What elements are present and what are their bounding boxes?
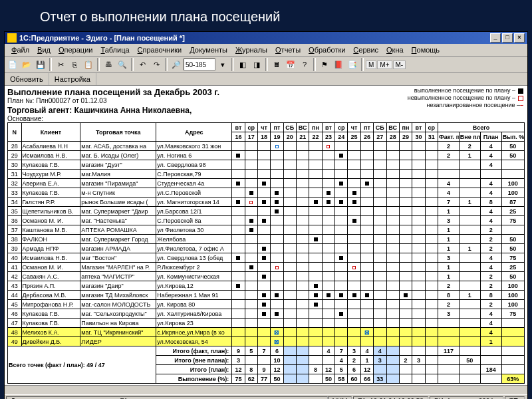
menu-Обработки[interactable]: Обработки bbox=[305, 45, 349, 55]
table-row[interactable]: 31Чоудхури М.Р.маг.МалияС.Перовская,79 bbox=[8, 170, 525, 179]
table-row[interactable]: 46Кулакова Г.В.маг. "Сельхозпродукты"ул.… bbox=[8, 309, 525, 319]
range-input[interactable] bbox=[184, 59, 215, 70]
doc-title: Выполнение плана посещений за Декабрь 20… bbox=[7, 87, 408, 97]
col-date: 18 bbox=[257, 132, 270, 142]
table-row[interactable]: 42Савакян А.С.аптека "МАГИСТР"ул. Коммун… bbox=[8, 272, 525, 281]
table-row[interactable]: 35Щепетильников В.маг. Супермаркет "Даир… bbox=[8, 207, 525, 216]
table-row[interactable]: 40Исмаилова Н.В.маг "Бостон"ул. Свердлов… bbox=[8, 253, 525, 263]
open-icon[interactable]: 📂 bbox=[20, 58, 33, 71]
table-row[interactable]: 38ФАЛКОНмаг. Супермаркет ГородЖелябова12… bbox=[8, 235, 525, 244]
status-num: NUM bbox=[328, 396, 352, 399]
menu-Таблица[interactable]: Таблица bbox=[96, 45, 133, 55]
legend: выполненное посещение по плану – невыпол… bbox=[408, 87, 525, 122]
menu-Отчеты[interactable]: Отчеты bbox=[271, 45, 305, 55]
table-row[interactable]: 45Митрофанова Н.Р.маг.-салон МОЛОДОСТЬул… bbox=[8, 300, 525, 309]
col-day: пт bbox=[271, 123, 283, 132]
scroll-bar[interactable] bbox=[5, 385, 527, 394]
table-row[interactable]: 29Исмаилова Н.В.маг. Б. Исады (Олег)ул. … bbox=[8, 151, 525, 160]
table-row[interactable]: 39Армада НПФмагазин АРМАДАул.Фиолетова, … bbox=[8, 244, 525, 253]
menu-Окна[interactable]: Окна bbox=[382, 45, 408, 55]
setup-button[interactable]: Настройка bbox=[49, 73, 96, 85]
table-row[interactable]: 36Османов М. И.маг. "Настенька"С.Перовск… bbox=[8, 216, 525, 225]
m-minus-button[interactable]: M- bbox=[393, 61, 406, 69]
book-icon[interactable]: 📕 bbox=[332, 58, 345, 71]
col-plan: План bbox=[480, 132, 501, 142]
col-date: 29 bbox=[399, 132, 412, 142]
find-icon[interactable]: 🔎 bbox=[170, 58, 183, 71]
table-row[interactable]: 37Каштанова М.В.АПТЕКА РОМАШКАул Фиолето… bbox=[8, 225, 525, 235]
menu-Журналы[interactable]: Журналы bbox=[231, 45, 271, 55]
menu-Сервис[interactable]: Сервис bbox=[349, 45, 382, 55]
doc-basis: Основание: bbox=[7, 115, 408, 122]
menu-Операции[interactable]: Операции bbox=[55, 45, 96, 55]
m-button[interactable]: M bbox=[366, 61, 376, 69]
table-row[interactable]: 32Аверина Е.А.магазин "Пирамида"Студенче… bbox=[8, 179, 525, 188]
tool-a-icon[interactable]: ◧ bbox=[236, 58, 249, 71]
table-row[interactable]: 49Дивейкин Д.Б.ЛИДЕРул.Московская, 54⊠1 bbox=[8, 337, 525, 346]
dropdown-icon[interactable]: ▾ bbox=[216, 58, 229, 71]
col-out: Вне плана bbox=[459, 132, 480, 142]
minimize-button[interactable]: _ bbox=[490, 33, 501, 43]
preview-icon[interactable]: 🔍 bbox=[116, 58, 129, 71]
table-row[interactable]: 47Кулакова Г.В.Павильон на Кироваул.Киро… bbox=[8, 319, 525, 328]
col-day: вт bbox=[232, 123, 245, 132]
title-bar: 1С:Предприятие - Эдиго - [План посещений… bbox=[5, 32, 527, 44]
app-icon bbox=[7, 33, 17, 43]
doc-plan-no: План №: Плн000027 от 01.12.03 bbox=[7, 97, 408, 104]
cut-icon[interactable]: ✂ bbox=[54, 58, 67, 71]
col-date: 27 bbox=[374, 132, 386, 142]
paste-icon[interactable]: 📋 bbox=[82, 58, 95, 71]
legend-undone-icon bbox=[518, 96, 523, 101]
status-bar: Для получения подсказки нажмите F1 NUM Т… bbox=[5, 394, 527, 399]
table-row[interactable]: 43Прязин А.П.магазин "Даир"ул.Кирова,122… bbox=[8, 281, 525, 291]
help-icon[interactable]: ? bbox=[298, 58, 311, 71]
close-button[interactable]: × bbox=[514, 33, 525, 43]
col-fact: Факт. план bbox=[438, 132, 459, 142]
tool-b-icon[interactable]: ◨ bbox=[250, 58, 263, 71]
copy-icon[interactable]: ⎘ bbox=[68, 58, 81, 71]
col-n: N bbox=[8, 123, 22, 142]
calendar-icon[interactable]: 📅 bbox=[284, 58, 297, 71]
menu-Документы[interactable]: Документы bbox=[186, 45, 231, 55]
window-title: 1С:Предприятие - Эдиго - [План посещений… bbox=[19, 34, 185, 42]
summary-row: Всего точек (факт / план): 49 / 47Итого … bbox=[8, 346, 525, 356]
refresh-button[interactable]: Обновить bbox=[5, 73, 49, 85]
col-day: ВС bbox=[297, 123, 309, 132]
table-row[interactable]: 33Кулакова Г.В.м-н Спутникул.С.Перовской… bbox=[8, 188, 525, 198]
table-row[interactable]: 28Асабалиева Н.Нмаг. АСАБ, доставка наул… bbox=[8, 142, 525, 151]
menu-Справочники[interactable]: Справочники bbox=[134, 45, 186, 55]
col-date: 16 bbox=[232, 132, 245, 142]
col-client: Клиент bbox=[21, 123, 80, 142]
maximize-button[interactable]: □ bbox=[502, 33, 513, 43]
status-bi: БИ: 1 квартал 2004 г. bbox=[430, 396, 503, 399]
redo-icon[interactable]: ↷ bbox=[150, 58, 163, 71]
menu-Вид[interactable]: Вид bbox=[33, 45, 55, 55]
save-icon[interactable]: 💾 bbox=[34, 58, 47, 71]
table-row[interactable]: 44Дербасова М.В.магазин ТД МихайловскНаб… bbox=[8, 291, 525, 300]
col-day: чт bbox=[257, 123, 270, 132]
new-icon[interactable]: 📄 bbox=[6, 58, 19, 71]
col-day: СБ bbox=[283, 123, 296, 132]
print-icon[interactable]: 🖶 bbox=[102, 58, 115, 71]
table-row[interactable]: 48Мелихов К.А.маг. ТЦ "Икрянинский"с.Икр… bbox=[8, 328, 525, 337]
table-row[interactable]: 34Галстян Р.Р.рынок Большие исады (ул. М… bbox=[8, 198, 525, 207]
menu-Файл[interactable]: Файл bbox=[7, 45, 33, 55]
col-date: 21 bbox=[297, 132, 309, 142]
doc-icon[interactable]: 📑 bbox=[346, 58, 359, 71]
toolbar-1: 📄 📂 💾 ✂ ⎘ 📋 🖶 🔍 ↶ ↷ 🔎 ▾ ◧ ◨ 🖩 📅 ? ⚑ 📕 📑 … bbox=[5, 57, 527, 73]
col-date: 23 bbox=[322, 132, 334, 142]
col-date: 19 bbox=[271, 132, 283, 142]
flag-icon[interactable]: ⚑ bbox=[318, 58, 331, 71]
table-row[interactable]: 41Османов М. И.Магазин "МАРЛЕН" на Р.Р.Л… bbox=[8, 263, 525, 272]
undo-icon[interactable]: ↶ bbox=[136, 58, 149, 71]
calc-icon[interactable]: 🖩 bbox=[270, 58, 283, 71]
col-date: 17 bbox=[245, 132, 257, 142]
app-window: 1С:Предприятие - Эдиго - [План посещений… bbox=[4, 31, 528, 399]
table-row[interactable]: 30Кулакова Г.В.магазин "Дуэт"ул. Свердло… bbox=[8, 160, 525, 170]
col-day: вт bbox=[322, 123, 334, 132]
col-day: ВС bbox=[386, 123, 399, 132]
menu-Помощь[interactable]: Помощь bbox=[408, 45, 444, 55]
status-tp: ТП: bbox=[505, 396, 525, 399]
m-plus-button[interactable]: M+ bbox=[377, 61, 392, 69]
visits-table: NКлиентТорговая точкаАдресвтсрчтптСБВСпн… bbox=[7, 122, 525, 384]
